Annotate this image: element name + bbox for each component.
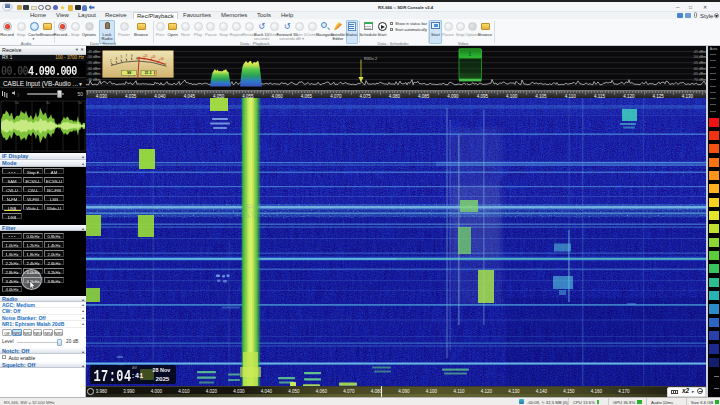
- svg-text:+40: +40: [151, 55, 156, 59]
- svg-text:-60 dBm: -60 dBm: [693, 67, 706, 71]
- svg-text:21.3: 21.3: [145, 71, 152, 75]
- svg-text:+20: +20: [143, 53, 148, 57]
- svg-text:5s: 5s: [15, 101, 19, 105]
- svg-text:3s: 3s: [46, 101, 50, 105]
- svg-text:5: 5: [120, 55, 122, 59]
- svg-text:-45 dBm: -45 dBm: [87, 50, 100, 54]
- svg-text:1s: 1s: [78, 101, 82, 105]
- svg-text:-55 dBm: -55 dBm: [693, 61, 706, 65]
- svg-text:-50 dBm: -50 dBm: [693, 55, 706, 59]
- svg-text:S8: S8: [127, 71, 131, 75]
- svg-text:-55 dBm: -55 dBm: [87, 61, 100, 65]
- svg-text:3: 3: [115, 57, 117, 61]
- svg-text:-60 dBm: -60 dBm: [87, 67, 100, 71]
- svg-text:-65 dBm: -65 dBm: [693, 72, 706, 76]
- svg-text:9: 9: [131, 53, 133, 57]
- svg-text:1: 1: [110, 58, 112, 62]
- svg-text:-65 dBm: -65 dBm: [87, 72, 100, 76]
- svg-text:RXDv 2: RXDv 2: [364, 57, 377, 61]
- svg-text:-45 dBm: -45 dBm: [693, 50, 706, 54]
- svg-text:7: 7: [126, 54, 128, 58]
- svg-text:-70 dBm: -70 dBm: [87, 78, 100, 82]
- svg-text:-50 dBm: -50 dBm: [87, 55, 100, 59]
- svg-text:+60: +60: [159, 57, 164, 61]
- svg-text:1: 1: [469, 51, 472, 57]
